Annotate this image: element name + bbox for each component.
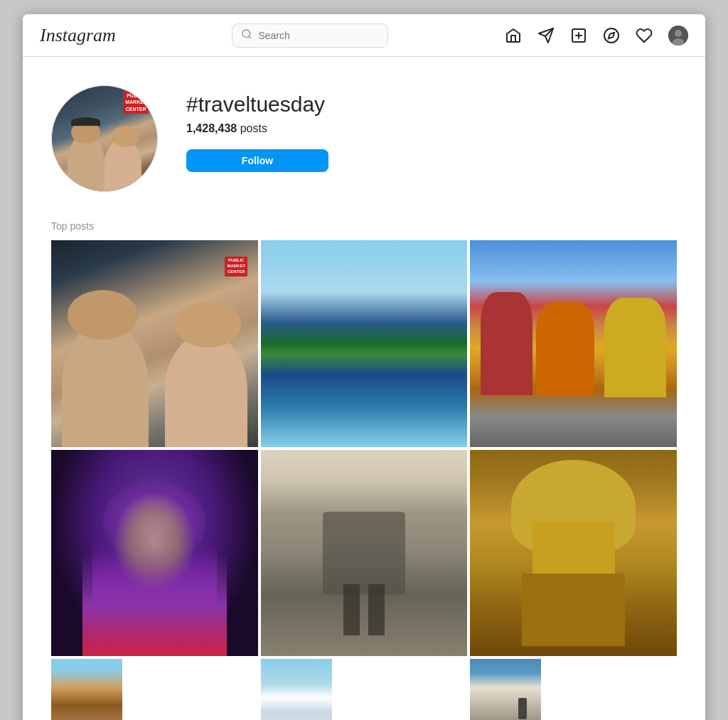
post-item[interactable] <box>261 659 332 720</box>
search-bar[interactable] <box>232 23 388 48</box>
svg-point-7 <box>604 28 619 43</box>
post-item[interactable]: PUBLICMARKETCENTER <box>51 240 258 447</box>
search-input[interactable] <box>258 30 379 41</box>
post-item[interactable] <box>470 450 677 657</box>
top-posts-label: Top posts <box>51 220 677 232</box>
svg-point-10 <box>675 30 682 37</box>
heart-icon[interactable] <box>636 27 653 44</box>
posts-count-number: 1,428,438 <box>186 122 237 134</box>
follow-button[interactable]: Follow <box>186 149 328 172</box>
post-item[interactable] <box>51 450 258 657</box>
profile-header: PUBLICMARKETCENTER #traveltuesday 1,428,… <box>51 85 677 192</box>
profile-info: #traveltuesday 1,428,438 posts Follow <box>186 85 328 172</box>
post-item[interactable] <box>470 659 541 720</box>
explore-icon[interactable] <box>603 27 620 44</box>
search-icon <box>241 28 252 43</box>
hashtag-avatar: PUBLICMARKETCENTER <box>51 85 158 192</box>
posts-grid: PUBLICMARKETCENTER <box>51 240 677 720</box>
browser-window: Instagram <box>23 14 705 720</box>
profile-avatar-nav[interactable] <box>668 26 688 45</box>
main-content: PUBLICMARKETCENTER #traveltuesday 1,428,… <box>23 57 705 720</box>
top-posts-section: Top posts PUBLICMARKETCENTER <box>51 220 677 720</box>
post-item[interactable] <box>51 659 122 720</box>
svg-line-1 <box>250 36 252 38</box>
post-item[interactable] <box>470 240 677 447</box>
top-nav: Instagram <box>23 14 705 57</box>
posts-count: 1,428,438 posts <box>186 122 328 135</box>
instagram-logo[interactable]: Instagram <box>40 25 116 46</box>
direct-icon[interactable] <box>537 27 555 44</box>
post-item[interactable] <box>261 450 468 657</box>
svg-marker-8 <box>609 32 614 38</box>
hashtag-title: #traveltuesday <box>186 92 328 117</box>
new-post-icon[interactable] <box>570 27 587 44</box>
post-item[interactable] <box>261 240 468 447</box>
svg-point-0 <box>242 30 250 38</box>
nav-icons <box>505 26 688 45</box>
posts-label: posts <box>240 122 267 134</box>
home-icon[interactable] <box>505 27 522 44</box>
